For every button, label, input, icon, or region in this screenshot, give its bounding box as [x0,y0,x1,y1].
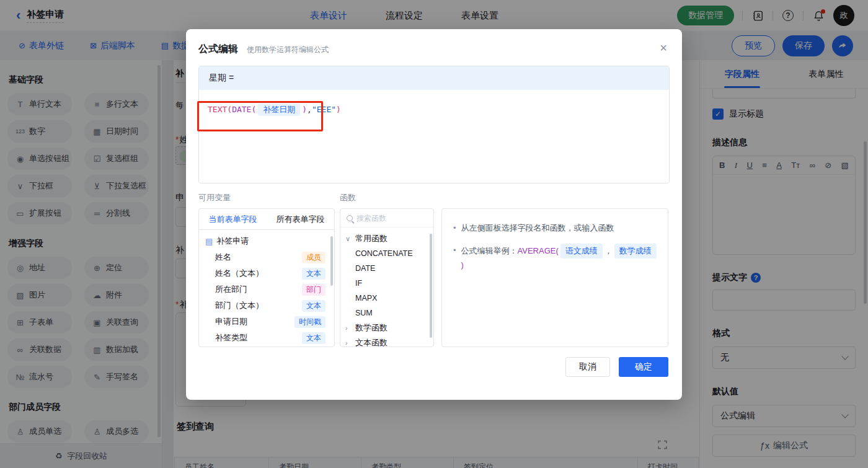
type-badge: 文本 [302,332,326,344]
function-search [340,209,433,227]
functions-section-label: 函数 [340,192,356,203]
variable-row[interactable]: 补签类型文本 [199,330,334,346]
formula-variable-chip[interactable]: 补签日期 [258,104,300,116]
formula-result-field: 星期 = [199,66,669,90]
search-icon [347,215,353,221]
caret-right-icon: › [345,324,352,332]
variable-row[interactable]: 部门（文本）文本 [199,298,334,314]
tab-current-form-fields[interactable]: 当前表单字段 [199,209,267,229]
functions-panel: ∨常用函数 CONCATENATE DATE IF MAPX SUM ›数学函数… [340,208,434,347]
type-badge: 部门 [302,284,326,296]
variables-section-label: 可用变量 [198,192,340,203]
example-chip: 语文成绩 [560,244,603,258]
example-fn: AVERAGE( [518,246,559,255]
function-item[interactable]: IF [340,276,433,291]
formula-fn-date: DATE( [232,105,256,114]
function-item[interactable]: MAPX [340,291,433,306]
type-badge: 文本 [302,268,326,280]
variable-row[interactable]: 姓名成员 [199,249,334,265]
modal-subtitle: 使用数学运算符编辑公式 [247,45,329,55]
formula-fn-text: TEXT( [208,105,232,114]
variable-row[interactable]: 姓名（文本）文本 [199,265,334,281]
form-doc-icon: ▤ [205,237,213,246]
function-search-input[interactable] [356,214,427,223]
variable-row[interactable]: 所在部门部门 [199,281,334,298]
formula-editor[interactable]: 星期 = TEXT(DATE(补签日期),"EEE") [198,66,670,183]
type-badge: 文本 [302,300,326,312]
help-line-1: •从左侧面板选择字段名和函数，或输入函数 [453,221,659,235]
functions-scrollbar[interactable] [430,234,432,338]
variables-scrollbar[interactable] [330,236,333,286]
formula-expression[interactable]: TEXT(DATE(补签日期),"EEE") [199,90,669,116]
help-panel: •从左侧面板选择字段名和函数，或输入函数 • 公式编辑举例：AVERAGE(语文… [441,208,668,347]
example-chip: 数学成绩 [614,244,657,258]
caret-right-icon: › [345,339,352,347]
function-group-math[interactable]: ›数学函数 [340,320,433,335]
caret-down-icon: ∨ [345,235,352,243]
type-badge: 成员 [302,252,326,263]
variable-row[interactable]: 申请日期时间戳 [199,314,334,330]
cancel-button[interactable]: 取消 [565,357,610,377]
variable-row[interactable]: 文本 [199,346,334,347]
formula-string-literal: "EEE" [312,105,336,114]
variables-tree-root[interactable]: ▤补签申请 [199,233,334,249]
modal-title: 公式编辑 [198,43,238,56]
function-group-common[interactable]: ∨常用函数 [340,231,433,246]
type-badge: 时间戳 [294,316,326,328]
function-item[interactable]: SUM [340,306,433,320]
formula-edit-modal: 公式编辑 使用数学运算符编辑公式 × 星期 = TEXT(DATE(补签日期),… [186,29,682,400]
variables-panel: 当前表单字段 所有表单字段 ▤补签申请 姓名成员 姓名（文本）文本 所在部门部门… [198,208,335,347]
app: ‹ 补签申请 表单设计 流程设定 表单设置 数据管理 ? 政 ⊘表单外链 [0,0,868,468]
help-line-2: • 公式编辑举例：AVERAGE(语文成绩，数学成绩) [453,244,659,272]
close-icon[interactable]: × [660,42,667,54]
function-item[interactable]: DATE [340,261,433,276]
function-item[interactable]: CONCATENATE [340,246,433,261]
function-group-text[interactable]: ›文本函数 [340,335,433,347]
confirm-button[interactable]: 确定 [619,357,668,377]
tab-all-form-fields[interactable]: 所有表单字段 [267,209,334,229]
